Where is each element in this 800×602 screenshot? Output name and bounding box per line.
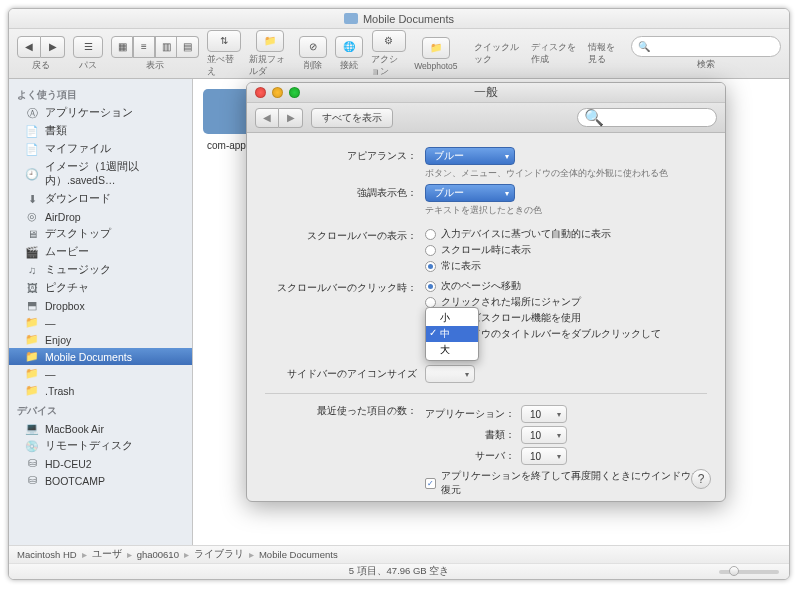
new-folder-button[interactable]: 📁 [256, 30, 284, 52]
folder-icon: 📁 [25, 350, 39, 363]
action-button[interactable]: ⚙ [372, 30, 406, 52]
arrange-button[interactable]: ⇅ [207, 30, 241, 52]
sidebar-item-label: — [45, 317, 56, 329]
sidebaricon-select[interactable] [425, 365, 475, 383]
recent-count-select[interactable]: 10 [521, 447, 567, 465]
toolbar-label: ディスクを作成 [531, 42, 580, 66]
recent-label: 最近使った項目の数： [265, 402, 425, 499]
prefs-titlebar[interactable]: 一般 [247, 83, 725, 103]
sidebar-header-favorites: よく使う項目 [9, 83, 192, 104]
sidebar-item[interactable]: 📁Enjoy [9, 331, 192, 348]
prefs-back-button[interactable]: ◀ [255, 108, 279, 128]
minimize-button[interactable] [272, 87, 283, 98]
sidebar-item-label: Dropbox [45, 300, 85, 312]
scrollshow-radio[interactable] [425, 261, 436, 272]
sidebar-item[interactable]: 🕘イメージ（1週間以内）.savedS… [9, 158, 192, 190]
help-button[interactable]: ? [691, 469, 711, 489]
sidebar-item-label: ピクチャ [45, 281, 89, 295]
zoom-button[interactable] [289, 87, 300, 98]
forward-button[interactable]: ▶ [41, 36, 65, 58]
sidebar-item[interactable]: 🖼ピクチャ [9, 279, 192, 297]
prefs-search-field[interactable]: 🔍 [577, 108, 717, 127]
delete-button[interactable]: ⊘ [299, 36, 327, 58]
path-segment[interactable]: Macintosh HD [17, 549, 77, 560]
hd-icon: ⛁ [25, 474, 39, 487]
prefs-forward-button[interactable]: ▶ [279, 108, 303, 128]
sidebar-item[interactable]: 🎬ムービー [9, 243, 192, 261]
path-segment[interactable]: ライブラリ [194, 548, 244, 561]
toolbar-label: パス [79, 60, 97, 72]
sidebar-item-label: アプリケーション [45, 106, 133, 120]
sidebar-item[interactable]: ⬇ダウンロード [9, 190, 192, 208]
appearance-select[interactable]: ブルー [425, 147, 515, 165]
sidebar-item-label: マイファイル [45, 142, 111, 156]
sidebar-item-label: イメージ（1週間以内）.savedS… [45, 160, 184, 188]
popup-menu-item[interactable]: 小 [426, 310, 478, 326]
status-bar: 5 項目、47.96 GB 空き [9, 563, 789, 579]
sidebar-item[interactable]: 💿リモートディスク [9, 437, 192, 455]
view-coverflow-button[interactable]: ▤ [177, 36, 199, 58]
prefs-title: 一般 [247, 84, 725, 101]
folder-icon: 📁 [25, 384, 39, 397]
popup-menu-item[interactable]: 大 [426, 342, 478, 358]
sidebar-item[interactable]: 📄書類 [9, 122, 192, 140]
popup-menu-item[interactable]: 中 [426, 326, 478, 342]
view-icon-button[interactable]: ▦ [111, 36, 133, 58]
highlight-select[interactable]: ブルー [425, 184, 515, 202]
search-field[interactable]: 🔍 [631, 36, 781, 57]
sidebar-item[interactable]: 📁— [9, 365, 192, 382]
connect-button[interactable]: 🌐 [335, 36, 363, 58]
radio-label: スクロール時に表示 [441, 243, 531, 257]
scrollclick-radio[interactable] [425, 297, 436, 308]
path-segment[interactable]: Mobile Documents [259, 549, 338, 560]
sidebaricon-popup-menu[interactable]: 小中大 [425, 307, 479, 361]
path-bar[interactable]: Macintosh HD▸ ユーザ▸ gha00610▸ ライブラリ▸ Mobi… [9, 545, 789, 563]
toolbar-label: 削除 [304, 60, 322, 72]
recent-count-select[interactable]: 10 [521, 405, 567, 423]
view-list-button[interactable]: ≡ [133, 36, 155, 58]
sidebar-item[interactable]: 📁— [9, 314, 192, 331]
app-icon: Ⓐ [25, 107, 39, 120]
appearance-label: アピアランス： [265, 147, 425, 180]
sidebar-item[interactable]: ⛁HD-CEU2 [9, 455, 192, 472]
recent-category-label: アプリケーション： [425, 407, 515, 421]
path-button[interactable]: ☰ [73, 36, 103, 58]
sidebar-item-label: 書類 [45, 124, 67, 138]
show-all-button[interactable]: すべてを表示 [311, 108, 393, 128]
sidebar-item[interactable]: ⬒Dropbox [9, 297, 192, 314]
path-segment[interactable]: ユーザ [92, 548, 122, 561]
toolbar-label: 接続 [340, 60, 358, 72]
path-segment[interactable]: gha00610 [137, 549, 179, 560]
restore-windows-check[interactable] [425, 478, 436, 489]
sidebar-item[interactable]: 📁.Trash [9, 382, 192, 399]
sidebar-item-label: ミュージック [45, 263, 111, 277]
sidebar-item[interactable]: ◎AirDrop [9, 208, 192, 225]
appearance-hint: ボタン、メニュー、ウインドウの全体的な外観に使われる色 [425, 167, 707, 180]
folder-icon [344, 13, 358, 24]
sidebar-item[interactable]: ♫ミュージック [9, 261, 192, 279]
music-icon: ♫ [25, 264, 39, 277]
sidebar-item[interactable]: 🖥デスクトップ [9, 225, 192, 243]
sidebar-item[interactable]: 📁Mobile Documents [9, 348, 192, 365]
icon-size-slider[interactable] [719, 570, 779, 574]
finder-titlebar[interactable]: Mobile Documents [9, 9, 789, 29]
scrollclick-radio[interactable] [425, 281, 436, 292]
sidebar-item[interactable]: ⛁BOOTCAMP [9, 472, 192, 489]
close-button[interactable] [255, 87, 266, 98]
movie-icon: 🎬 [25, 246, 39, 259]
back-button[interactable]: ◀ [17, 36, 41, 58]
prefs-body: アピアランス： ブルー ボタン、メニュー、ウインドウの全体的な外観に使われる色 … [247, 133, 725, 502]
toolbar-label: 戻る [32, 60, 50, 72]
sidebar-item[interactable]: 💻MacBook Air [9, 420, 192, 437]
toolbar-label: 並べ替え [207, 54, 241, 78]
toolbar-label: 表示 [146, 60, 164, 72]
scrollshow-radio[interactable] [425, 245, 436, 256]
webphotos-button[interactable]: 📁 [422, 37, 450, 59]
sidebar-item[interactable]: Ⓐアプリケーション [9, 104, 192, 122]
recent-count-select[interactable]: 10 [521, 426, 567, 444]
view-column-button[interactable]: ▥ [155, 36, 177, 58]
scrollshow-radio[interactable] [425, 229, 436, 240]
sidebar-item-label: ムービー [45, 245, 89, 259]
toolbar-label: 検索 [697, 59, 715, 71]
sidebar-item[interactable]: 📄マイファイル [9, 140, 192, 158]
